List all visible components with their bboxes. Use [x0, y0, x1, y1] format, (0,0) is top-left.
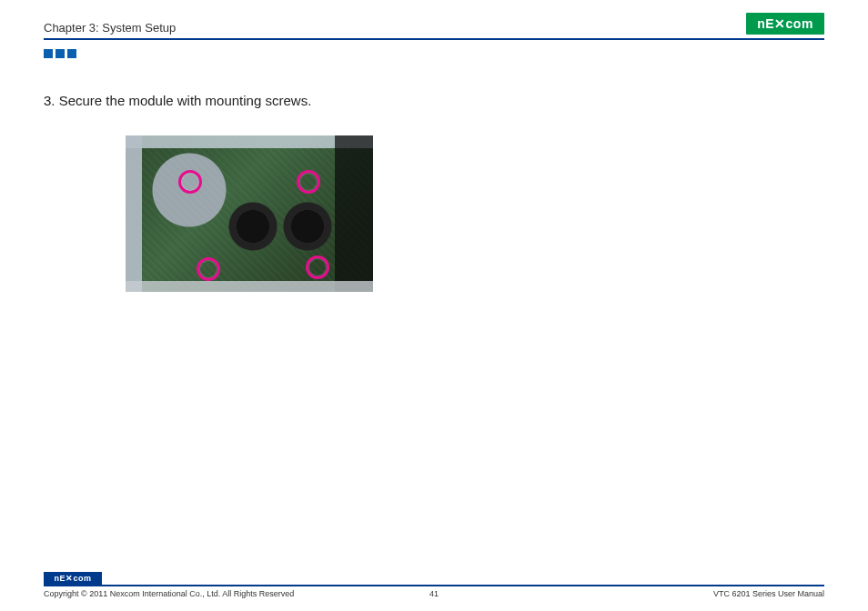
page-footer: nE✕com Copyright © 2011 Nexcom Internati…	[44, 572, 824, 598]
brand-logo: nE✕com	[746, 13, 824, 35]
page-header: Chapter 3: System Setup nE✕com	[44, 11, 824, 35]
circuit-board-photo	[126, 135, 373, 292]
footer-brand-logo-text: nE✕com	[54, 574, 91, 583]
brand-logo-text: nE✕com	[757, 16, 813, 31]
footer-brand-logo: nE✕com	[44, 572, 102, 585]
screw-highlight-icon	[178, 170, 202, 194]
screw-highlight-icon	[297, 170, 320, 194]
screw-highlight-icon	[197, 257, 220, 281]
footer-info-row: Copyright © 2011 Nexcom International Co…	[44, 589, 824, 598]
page-body: 3. Secure the module with mounting screw…	[44, 93, 824, 292]
footer-logo-row: nE✕com	[44, 572, 824, 585]
page-number: 41	[44, 589, 824, 598]
footer-divider	[44, 585, 824, 586]
instruction-text: 3. Secure the module with mounting screw…	[44, 93, 824, 108]
chapter-title: Chapter 3: System Setup	[44, 21, 176, 35]
header-divider	[44, 38, 824, 40]
document-page: Chapter 3: System Setup nE✕com 3. Secure…	[0, 0, 868, 611]
screw-highlight-icon	[306, 255, 329, 279]
decorative-squares-icon	[44, 49, 824, 58]
